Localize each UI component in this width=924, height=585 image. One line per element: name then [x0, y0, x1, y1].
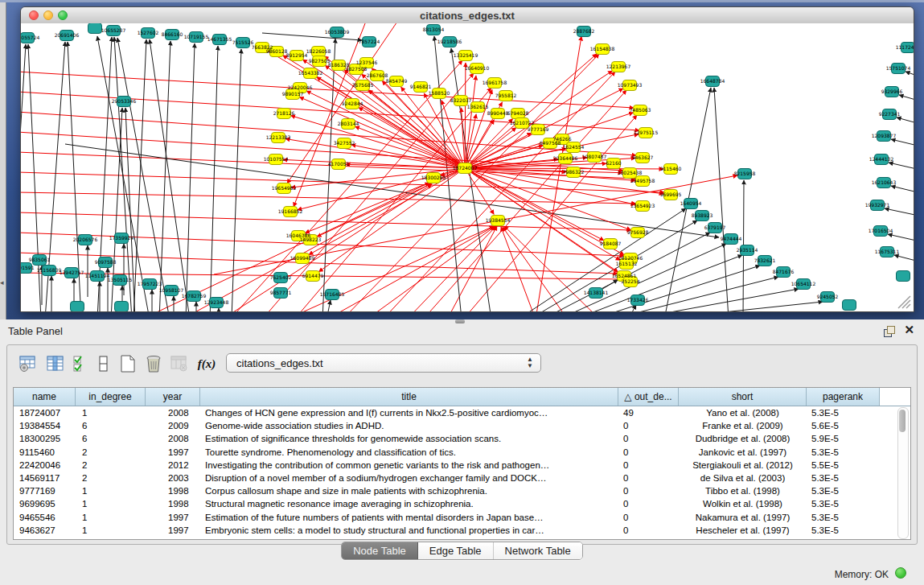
float-panel-icon[interactable] [884, 326, 895, 336]
graph-edge [894, 255, 914, 266]
graph-node-label: 62160 [606, 160, 621, 166]
graph-node-label: 16543382 [298, 70, 323, 76]
node-table: namein_degreeyeartitle△ out_de...shortpa… [13, 387, 911, 540]
table-cell: 1 [76, 406, 152, 419]
graph-node-label: 12444132 [869, 156, 894, 162]
column-header-in_degree[interactable]: in_degree [76, 388, 146, 406]
tab-network-table[interactable]: Network Table [494, 542, 582, 559]
table-cell: 0 [618, 524, 684, 537]
graph-node-label: 2718126 [273, 110, 295, 116]
table-cell: 5.6E-5 [807, 419, 885, 432]
table-row[interactable]: 911546021997Tourette syndrome. Phenomeno… [14, 446, 910, 459]
graph-node-label: 16961758 [483, 80, 507, 85]
graph-node-label: 1362615 [467, 104, 489, 109]
delete-column-icon[interactable] [142, 352, 165, 375]
graph-node-label: 9857771 [270, 290, 292, 295]
vertical-scrollbar[interactable] [897, 407, 909, 539]
table-row[interactable]: 1456911722003Disruption of a novel membe… [14, 472, 910, 484]
column-header-year[interactable]: year [146, 388, 200, 406]
column-header-pagerank[interactable]: pagerank [807, 388, 880, 406]
table-row[interactable]: 1938455462009Genome-wide association stu… [14, 419, 910, 432]
scrollbar-thumb[interactable] [899, 410, 906, 432]
graph-edge [504, 226, 600, 311]
table-cell: 49 [618, 406, 684, 419]
graph-node-label: 12975115 [634, 130, 659, 135]
graph-node-label: 9245052 [817, 294, 839, 299]
resize-grip-icon[interactable] [893, 291, 911, 309]
show-columns-icon[interactable] [44, 352, 67, 375]
tab-node-table[interactable]: Node Table [342, 542, 418, 559]
table-cell: 5.3E-5 [807, 446, 885, 459]
control-panel-divider[interactable]: ◂ [0, 2, 6, 319]
graph-node-label: 8938923 [692, 212, 713, 218]
graph-node-label: 1624554 [563, 144, 585, 150]
function-builder-icon[interactable]: f(x) [195, 352, 218, 375]
table-row[interactable]: 969969511998Structural magnetic resonanc… [14, 497, 910, 510]
graph-node-label: 13325419 [454, 52, 478, 58]
table-select-value: citations_edges.txt [236, 357, 323, 369]
column-header-name[interactable]: name [14, 388, 76, 406]
graph-node-label: 6379197 [704, 225, 726, 230]
graph-node-label: 16154838 [590, 46, 615, 51]
table-settings-icon[interactable] [17, 352, 39, 375]
column-header-out_de[interactable]: △ out_de... [618, 388, 679, 406]
table-cell: Hescheler et al. (1997) [679, 524, 807, 537]
table-header-row: namein_degreeyeartitle△ out_de...shortpa… [14, 388, 910, 406]
graph-edge [885, 208, 914, 220]
graph-node-label: 19495758 [630, 178, 655, 183]
graph-node[interactable] [115, 302, 129, 312]
table-panel-title: Table Panel [8, 325, 63, 337]
graph-node[interactable] [71, 302, 84, 312]
graph-node-label: 7515526 [232, 39, 254, 45]
table-row[interactable]: 1872400712008Changes of HCN gene express… [14, 406, 910, 419]
memory-status-icon[interactable] [895, 567, 906, 579]
table-cell: 0 [618, 472, 684, 484]
graph-node[interactable] [843, 300, 856, 311]
table-cell: Tourette syndrome. Phenomenology and cla… [200, 446, 623, 459]
graph-node-label: 1615132 [616, 261, 638, 266]
table-row[interactable]: 946554611997Estimation of the future num… [14, 511, 910, 524]
table-row[interactable]: 977716911998Corpus callosum shape and si… [14, 484, 910, 497]
graph-node[interactable] [88, 23, 102, 34]
graph-node-label: 15751074 [886, 65, 911, 71]
table-cell: 5.3E-5 [807, 472, 885, 484]
network-window[interactable]: citations_edges.txt 24055724206914061065… [20, 6, 914, 312]
graph-edge [322, 39, 335, 311]
graph-node-label: 1527602 [138, 30, 159, 35]
graph-node-label: 2935114 [737, 247, 758, 253]
column-header-title[interactable]: title [200, 388, 618, 406]
table-cell: Dudbridge et al. (2008) [679, 432, 807, 445]
graph-node-label: 8990448 [487, 110, 509, 116]
table-cell: 2 [76, 472, 152, 484]
graph-node-label: 16640910 [465, 65, 490, 71]
graph-node-label: 1640954 [680, 200, 702, 206]
network-canvas[interactable]: 2405572420691406106552871527602846616010… [21, 23, 914, 311]
graph-node-label: 9097588 [95, 259, 117, 265]
graph-node-label: 16210643 [872, 179, 897, 185]
graph-node-label: 252254 [622, 278, 640, 284]
graph-node-label: 1588520 [429, 90, 450, 96]
delete-table-icon[interactable] [168, 352, 191, 375]
graph-node-label: 17957223 [138, 281, 162, 286]
table-mode-icon[interactable] [92, 352, 115, 375]
table-select-dropdown[interactable]: citations_edges.txt ▲▼ [226, 353, 541, 373]
table-cell: 9699695 [14, 497, 81, 510]
table-row[interactable]: 946362711997Embryonic stem cells: a mode… [14, 524, 910, 537]
graph-node-label: 15716485 [320, 291, 345, 297]
tab-edge-table[interactable]: Edge Table [418, 542, 494, 559]
memory-status-label: Memory: OK [835, 569, 889, 580]
graph-edge [503, 227, 568, 311]
close-panel-icon[interactable]: ✕ [904, 323, 914, 337]
splitter-handle[interactable] [455, 319, 465, 323]
graph-node-label: 7485063 [630, 107, 651, 113]
new-column-icon[interactable] [117, 352, 139, 375]
collapse-arrow-icon[interactable]: ◂ [0, 278, 4, 286]
window-titlebar[interactable]: citations_edges.txt [21, 7, 914, 24]
table-row[interactable]: 2242004622012Investigating the contribut… [14, 459, 910, 472]
graph-node-label: 2887682 [573, 28, 595, 34]
graph-node[interactable] [897, 271, 910, 282]
selection-mode-icon[interactable] [70, 352, 92, 375]
table-row[interactable]: 1830029562008Estimation of significance … [14, 432, 910, 445]
column-header-short[interactable]: short [679, 388, 807, 406]
network-graph[interactable]: 2405572420691406106552871527602846616010… [21, 23, 914, 311]
